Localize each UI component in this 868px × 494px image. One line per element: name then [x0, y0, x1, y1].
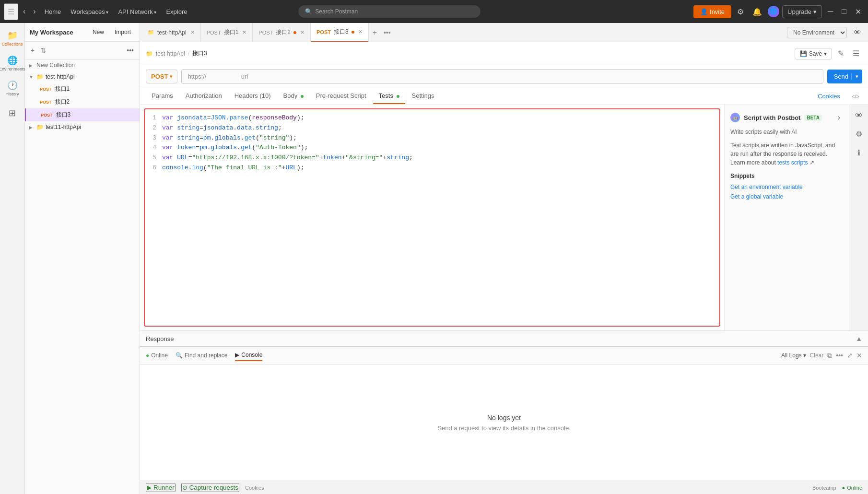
post-badge-3: POST	[39, 112, 54, 118]
tab-api3-close[interactable]: ✕	[358, 29, 363, 35]
tab-api2-close[interactable]: ✕	[300, 29, 305, 35]
left-panel: My Workspace New Import + ⇅ ••• ▶ New Co…	[25, 23, 140, 494]
cookies-button[interactable]: Cookies	[812, 88, 846, 104]
post-tab-icon-2: POST	[258, 30, 273, 35]
code-line-1: 1 var jsondata=JSON.parse(responseBody);	[149, 113, 716, 123]
new-button[interactable]: New	[89, 27, 108, 37]
bell-icon[interactable]: 🔔	[750, 4, 765, 19]
search-bar[interactable]: 🔍 Search Postman	[298, 5, 481, 18]
capture-button[interactable]: ⊙ Capture requests	[181, 483, 239, 492]
method-select[interactable]: POST ▾	[146, 70, 177, 83]
tab-api3-label: 接口3	[334, 28, 349, 36]
tab-params[interactable]: Params	[146, 88, 179, 104]
env-dropdown[interactable]: No Environment	[787, 27, 847, 38]
description-icon[interactable]: ☰	[850, 46, 862, 61]
menu-icon[interactable]: ☰	[4, 3, 18, 20]
more-icon[interactable]: •••	[836, 352, 843, 359]
tab-api1-label: 接口1	[224, 28, 239, 36]
clear-button[interactable]: Clear	[810, 352, 824, 359]
collection-icon: 📁	[36, 73, 44, 80]
code-editor[interactable]: 1 var jsondata=JSON.parse(responseBody);…	[144, 108, 720, 327]
prescript-label: Pre-request Script	[316, 92, 366, 99]
add-tab-button[interactable]: +	[369, 28, 381, 37]
sidebar-components-btn[interactable]: ⊞	[4, 102, 21, 125]
explore-nav[interactable]: Explore	[162, 5, 191, 18]
history-icon: 🕐	[7, 80, 18, 91]
invite-label: Invite	[710, 8, 725, 15]
tab-authorization[interactable]: Authorization	[180, 88, 228, 104]
tab-api2[interactable]: POST 接口2 ✕	[253, 23, 311, 42]
tests-dot	[397, 95, 399, 98]
all-logs-button[interactable]: All Logs ▾	[781, 352, 806, 359]
env-eye-icon[interactable]: 👁	[851, 25, 864, 40]
new-collection-item[interactable]: ▶ New Collection	[25, 59, 140, 71]
workspace-title: My Workspace	[30, 29, 86, 36]
save-button[interactable]: 💾 Save ▾	[795, 48, 832, 59]
settings2-icon[interactable]: ⚙	[853, 127, 865, 141]
tab-settings[interactable]: Settings	[406, 88, 440, 104]
avatar-icon[interactable]: 🌐	[768, 6, 779, 17]
home-nav[interactable]: Home	[41, 5, 65, 18]
settings-icon[interactable]: ⚙	[734, 4, 747, 19]
breadcrumb-actions: 💾 Save ▾ ✎ ☰	[795, 46, 862, 61]
sort-icon[interactable]: ⇅	[38, 45, 48, 56]
sidebar-environments-btn[interactable]: 🌐 Environments	[4, 52, 21, 75]
panel-toolbar: + ⇅ •••	[25, 42, 140, 59]
api-item-1[interactable]: POST 接口1	[25, 82, 140, 95]
api-3-label: 接口3	[56, 111, 71, 119]
tab-testhttpapi-close[interactable]: ✕	[190, 29, 195, 35]
forward-icon[interactable]: ›	[30, 4, 38, 19]
send-button[interactable]: Send ▾	[827, 70, 862, 83]
tab-testhttpapi[interactable]: 📁 test-httpApi ✕	[142, 23, 201, 42]
request-area: 📁 test-httpApi / 接口3 💾 Save ▾ ✎ ☰ POS	[140, 42, 868, 346]
tab-headers[interactable]: Headers (10)	[229, 88, 277, 104]
maximize-icon[interactable]: □	[839, 4, 849, 19]
api-item-2[interactable]: POST 接口2	[25, 95, 140, 108]
arrow-down-icon: ▼	[29, 74, 35, 80]
code-line-2: 2 var string=jsondata.data.string;	[149, 123, 716, 133]
tab-api1-close[interactable]: ✕	[242, 29, 246, 35]
url-input[interactable]	[181, 69, 823, 84]
runner-button[interactable]: ▶ Runner	[146, 483, 176, 492]
xml-icon[interactable]: </>	[849, 88, 862, 104]
add-collection-icon[interactable]: +	[29, 45, 36, 56]
close-console-icon[interactable]: ✕	[856, 352, 862, 359]
console-tab-console[interactable]: ▶ Console	[235, 350, 262, 361]
collection-test11[interactable]: ▶ 📁 test11-httpApi	[25, 121, 140, 133]
sidebar-collections-btn[interactable]: 📁 Collections	[4, 27, 21, 50]
back-icon[interactable]: ‹	[20, 4, 28, 19]
snippet-env-var[interactable]: Get an environment variable	[730, 182, 843, 192]
tabs-more-button[interactable]: •••	[381, 29, 394, 36]
tab-body[interactable]: Body	[278, 88, 309, 104]
collection-testhttpapi[interactable]: ▼ 📁 test-httpApi	[25, 71, 140, 82]
console-tab-online[interactable]: ● Online	[146, 350, 168, 361]
response-collapse-icon[interactable]: ▲	[856, 335, 862, 342]
expand-icon[interactable]: ›	[835, 110, 843, 125]
invite-button[interactable]: 👤 Invite	[693, 5, 731, 18]
import-button[interactable]: Import	[111, 27, 135, 37]
tab-tests[interactable]: Tests	[373, 88, 405, 104]
tab-api1[interactable]: POST 接口1 ✕	[201, 23, 253, 42]
eye2-icon[interactable]: 👁	[852, 108, 866, 123]
api-network-nav[interactable]: API Network	[114, 5, 160, 18]
tab-api3[interactable]: POST 接口3 ✕	[311, 23, 369, 42]
info-icon[interactable]: ℹ	[855, 145, 863, 160]
workspaces-nav[interactable]: Workspaces	[67, 5, 112, 18]
console-tab-find[interactable]: 🔍 Find and replace	[176, 350, 227, 361]
sidebar-history-btn[interactable]: 🕐 History	[4, 77, 21, 100]
tab-prescript[interactable]: Pre-request Script	[310, 88, 372, 104]
snippets-title: Snippets	[730, 173, 843, 179]
copy-icon[interactable]: ⧉	[827, 352, 832, 360]
edit-icon[interactable]: ✎	[835, 46, 847, 61]
snippet-global-var[interactable]: Get a global variable	[730, 192, 843, 201]
expand-console-icon[interactable]: ⤢	[847, 352, 853, 359]
more-options-icon[interactable]: •••	[125, 45, 136, 56]
upgrade-button[interactable]: Upgrade ▾	[782, 5, 822, 18]
send-dropdown-icon[interactable]: ▾	[851, 73, 862, 80]
tests-link[interactable]: tests scripts	[777, 159, 808, 166]
tabs-bar: 📁 test-httpApi ✕ POST 接口1 ✕ POST 接口2 ✕ P…	[140, 23, 868, 42]
components-icon: ⊞	[9, 108, 16, 118]
minimize-icon[interactable]: ─	[825, 4, 836, 19]
api-item-3[interactable]: POST 接口3	[25, 108, 140, 121]
close-icon[interactable]: ✕	[852, 4, 864, 19]
